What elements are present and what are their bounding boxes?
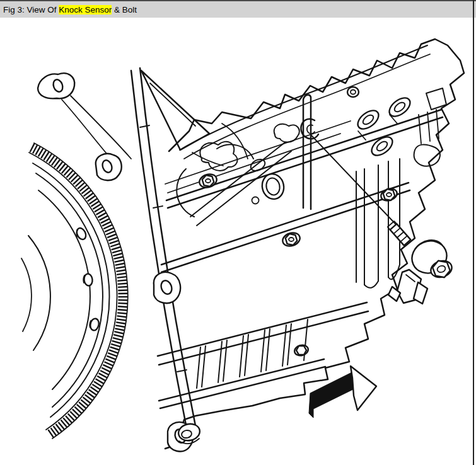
engine-line-art	[0, 18, 476, 465]
engine-diagram	[0, 18, 476, 465]
caption-prefix: Fig 3: View Of	[3, 5, 59, 14]
screenshot-root: Fig 3: View Of Knock Sensor & Bolt	[0, 0, 476, 465]
flywheel-ring-gear	[21, 143, 128, 439]
caption-highlight: Knock Sensor	[59, 5, 112, 14]
caption-suffix: & Bolt	[112, 5, 137, 14]
page-right-rule	[473, 0, 474, 465]
figure-caption-bar: Fig 3: View Of Knock Sensor & Bolt	[0, 0, 476, 18]
